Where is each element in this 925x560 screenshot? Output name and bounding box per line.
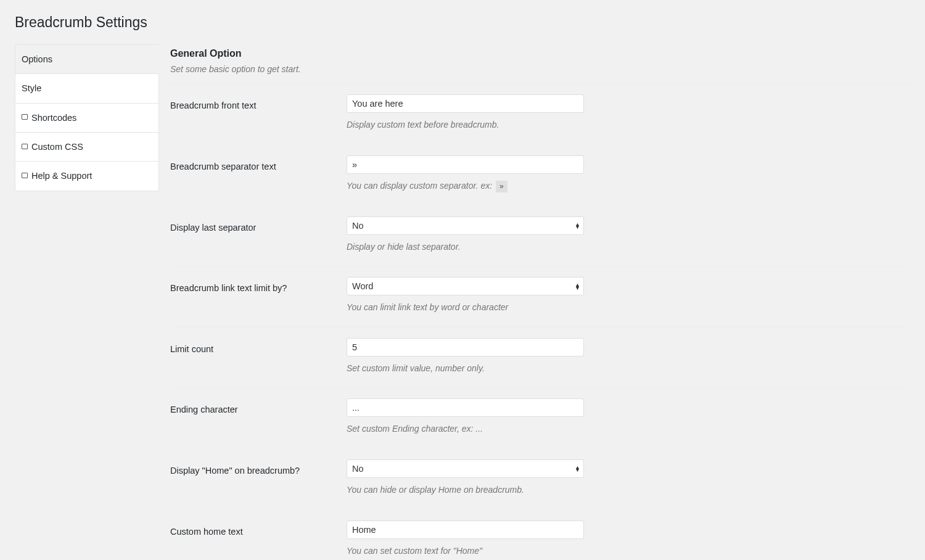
- help-text: You can display custom separator. ex: »: [347, 180, 680, 192]
- field-row-last-separator: Display last separator No ▲▼ Display or …: [169, 206, 910, 267]
- settings-panel: General Option Set some basic option to …: [159, 44, 910, 560]
- field-label: Breadcrumb separator text: [170, 155, 347, 192]
- home-text-input[interactable]: [347, 521, 584, 539]
- square-icon: [22, 114, 28, 120]
- help-text: Set custom limit value, number only.: [347, 363, 680, 375]
- ending-char-input[interactable]: [347, 398, 584, 417]
- tab-label: Style: [22, 82, 41, 94]
- page-title: Breadcrumb Settings: [15, 12, 910, 32]
- tab-shortcodes[interactable]: Shortcodes: [15, 104, 159, 133]
- settings-tabs: Options Style Shortcodes Custom CSS Help…: [15, 44, 159, 191]
- tab-label: Custom CSS: [31, 141, 83, 153]
- tab-label: Shortcodes: [31, 112, 76, 124]
- field-row-front-text: Breadcrumb front text Display custom tex…: [169, 84, 910, 145]
- field-row-display-home: Display "Home" on breadcrumb? No ▲▼ You …: [169, 449, 910, 510]
- field-label: Breadcrumb link text limit by?: [170, 277, 347, 314]
- field-label: Breadcrumb front text: [170, 94, 347, 131]
- field-label: Ending character: [170, 398, 347, 435]
- help-text: Display custom text before breadcrumb.: [347, 119, 680, 131]
- help-text: Display or hide last separator.: [347, 241, 680, 253]
- limit-by-select[interactable]: Word: [347, 277, 584, 295]
- help-text: You can set custom text for "Home": [347, 545, 680, 558]
- tab-label: Options: [22, 53, 52, 65]
- help-text: Set custom Ending character, ex: ...: [347, 423, 680, 435]
- field-row-separator: Breadcrumb separator text You can displa…: [169, 145, 910, 206]
- field-row-limit-by: Breadcrumb link text limit by? Word ▲▼ Y…: [169, 266, 910, 327]
- field-label: Display last separator: [170, 216, 347, 253]
- field-row-home-text: Custom home text You can set custom text…: [169, 510, 910, 560]
- field-label: Limit count: [170, 338, 347, 375]
- field-label: Display "Home" on breadcrumb?: [170, 459, 347, 496]
- last-separator-select[interactable]: No: [347, 216, 584, 235]
- square-icon: [22, 144, 28, 149]
- section-desc: Set some basic option to get start.: [170, 64, 910, 76]
- front-text-input[interactable]: [347, 94, 584, 113]
- help-text: You can limit link text by word or chara…: [347, 302, 680, 314]
- tab-style[interactable]: Style: [15, 74, 159, 103]
- square-icon: [22, 173, 28, 178]
- field-row-ending-char: Ending character Set custom Ending chara…: [169, 388, 910, 449]
- tab-options[interactable]: Options: [15, 44, 159, 74]
- help-text: You can hide or display Home on breadcru…: [347, 484, 680, 496]
- tab-custom-css[interactable]: Custom CSS: [15, 133, 159, 162]
- display-home-select[interactable]: No: [347, 459, 584, 478]
- field-label: Custom home text: [170, 521, 347, 558]
- separator-example-chip: »: [496, 181, 508, 192]
- tab-help-support[interactable]: Help & Support: [15, 162, 159, 191]
- tab-label: Help & Support: [31, 170, 92, 182]
- separator-input[interactable]: [347, 155, 584, 174]
- limit-count-input[interactable]: [347, 338, 584, 356]
- field-row-limit-count: Limit count Set custom limit value, numb…: [169, 327, 910, 389]
- section-title: General Option: [170, 47, 910, 60]
